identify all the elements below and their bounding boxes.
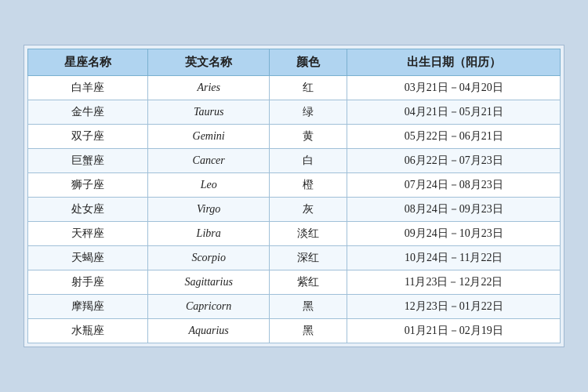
cell-chinese: 天秤座 xyxy=(28,222,148,246)
table-row: 射手座Sagittarius紫红11月23日－12月22日 xyxy=(28,270,561,295)
cell-dates: 07月24日－08月23日 xyxy=(347,173,561,198)
cell-color: 深红 xyxy=(270,246,347,270)
table-row: 白羊座Aries红03月21日－04月20日 xyxy=(28,76,561,100)
zodiac-table: 星座名称 英文名称 颜色 出生日期（阳历） 白羊座Aries红03月21日－04… xyxy=(27,49,561,343)
header-chinese: 星座名称 xyxy=(28,49,148,76)
table-row: 双子座Gemini黄05月22日－06月21日 xyxy=(28,125,561,149)
cell-color: 黑 xyxy=(270,295,347,319)
cell-chinese: 射手座 xyxy=(28,270,148,295)
cell-chinese: 水瓶座 xyxy=(28,319,148,343)
cell-color: 红 xyxy=(270,76,347,100)
cell-color: 绿 xyxy=(270,100,347,125)
table-header-row: 星座名称 英文名称 颜色 出生日期（阳历） xyxy=(28,49,561,76)
cell-color: 灰 xyxy=(270,198,347,222)
cell-english: Aquarius xyxy=(147,319,270,343)
cell-english: Libra xyxy=(147,222,270,246)
cell-dates: 08月24日－09月23日 xyxy=(347,198,561,222)
cell-color: 淡红 xyxy=(270,222,347,246)
cell-chinese: 双子座 xyxy=(28,125,148,149)
cell-chinese: 巨蟹座 xyxy=(28,149,148,173)
cell-chinese: 天蝎座 xyxy=(28,246,148,270)
table-row: 金牛座Taurus绿04月21日－05月21日 xyxy=(28,100,561,125)
cell-dates: 03月21日－04月20日 xyxy=(347,76,561,100)
header-english: 英文名称 xyxy=(147,49,270,76)
cell-color: 橙 xyxy=(270,173,347,198)
table-container: 星座名称 英文名称 颜色 出生日期（阳历） 白羊座Aries红03月21日－04… xyxy=(24,45,564,347)
cell-dates: 10月24日－11月22日 xyxy=(347,246,561,270)
cell-dates: 01月21日－02月19日 xyxy=(347,319,561,343)
cell-color: 黑 xyxy=(270,319,347,343)
cell-english: Sagittarius xyxy=(147,270,270,295)
table-row: 水瓶座Aquarius黑01月21日－02月19日 xyxy=(28,319,561,343)
cell-chinese: 狮子座 xyxy=(28,173,148,198)
cell-dates: 12月23日－01月22日 xyxy=(347,295,561,319)
cell-dates: 05月22日－06月21日 xyxy=(347,125,561,149)
cell-english: Scorpio xyxy=(147,246,270,270)
cell-chinese: 摩羯座 xyxy=(28,295,148,319)
cell-chinese: 白羊座 xyxy=(28,76,148,100)
table-row: 天蝎座Scorpio深红10月24日－11月22日 xyxy=(28,246,561,270)
table-body: 白羊座Aries红03月21日－04月20日金牛座Taurus绿04月21日－0… xyxy=(28,76,561,343)
cell-color: 白 xyxy=(270,149,347,173)
cell-dates: 04月21日－05月21日 xyxy=(347,100,561,125)
cell-english: Virgo xyxy=(147,198,270,222)
header-color: 颜色 xyxy=(270,49,347,76)
table-row: 狮子座Leo橙07月24日－08月23日 xyxy=(28,173,561,198)
cell-english: Capricorn xyxy=(147,295,270,319)
cell-chinese: 金牛座 xyxy=(28,100,148,125)
cell-english: Aries xyxy=(147,76,270,100)
cell-dates: 11月23日－12月22日 xyxy=(347,270,561,295)
cell-english: Leo xyxy=(147,173,270,198)
cell-english: Gemini xyxy=(147,125,270,149)
cell-english: Cancer xyxy=(147,149,270,173)
cell-color: 黄 xyxy=(270,125,347,149)
table-row: 摩羯座Capricorn黑12月23日－01月22日 xyxy=(28,295,561,319)
cell-dates: 09月24日－10月23日 xyxy=(347,222,561,246)
cell-chinese: 处女座 xyxy=(28,198,148,222)
cell-dates: 06月22日－07月23日 xyxy=(347,149,561,173)
table-row: 巨蟹座Cancer白06月22日－07月23日 xyxy=(28,149,561,173)
table-row: 处女座Virgo灰08月24日－09月23日 xyxy=(28,198,561,222)
cell-color: 紫红 xyxy=(270,270,347,295)
header-dates: 出生日期（阳历） xyxy=(347,49,561,76)
cell-english: Taurus xyxy=(147,100,270,125)
table-row: 天秤座Libra淡红09月24日－10月23日 xyxy=(28,222,561,246)
